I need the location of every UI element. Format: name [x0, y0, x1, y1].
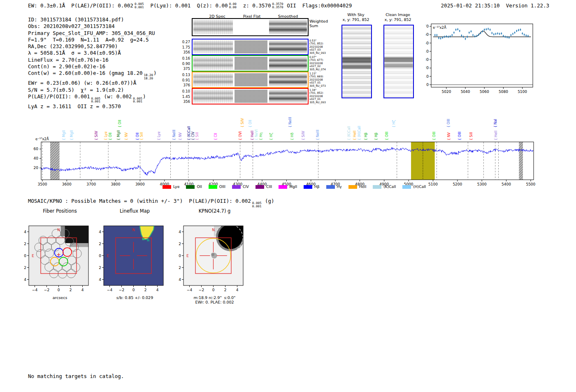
line-label-NeIII: { NeIII: [288, 117, 292, 128]
legend-item-OIII: OIII: [209, 185, 225, 189]
center-smudge2: [211, 253, 214, 256]
info-line-4: RA,Dec (232.032990,52.847790): [28, 43, 157, 50]
row-4-left-2: 356: [181, 99, 190, 104]
legend-label: Hγ: [337, 185, 342, 189]
header-text-4: Q(z): 0.00: [197, 2, 228, 9]
withsky-darkband2: [342, 65, 371, 69]
data-point: [442, 37, 443, 38]
y-tick-label: −4: [179, 278, 181, 282]
y-tick-label: 4: [99, 230, 101, 234]
row-0-right-labels: WeightedSum: [309, 19, 338, 28]
line-label-Hβ: { Hβ: [364, 132, 368, 140]
data-point: [471, 31, 472, 32]
header-text-8: OII: [284, 2, 302, 9]
data-point: [512, 33, 513, 35]
x-tick-label: 5300: [477, 182, 487, 186]
legend-label: CIII: [266, 185, 272, 189]
info-8-sub-1: 18.20: [144, 77, 153, 80]
legend-item-Hβ: Hβ: [304, 185, 320, 189]
fit-plot-frame: [431, 24, 533, 87]
lineflux-bg: [104, 226, 163, 285]
legend-swatch: [326, 185, 335, 189]
data-point: [524, 34, 525, 35]
info-7-text-0: Cont(n) = 2.90(±0.02)e-16: [28, 63, 105, 70]
row-1-smoothed: [269, 40, 307, 53]
line-label-SiIV: { SiIV: [95, 131, 98, 140]
row-2-2dspec: [193, 57, 233, 70]
info-line-11: P(LAE)/P(OII): 0.0010.0050.001 (w: 0.002…: [28, 93, 157, 103]
data-point: [509, 37, 510, 38]
flux-units-annotation: e⁻¹⁷x2Å: [35, 137, 49, 141]
x-tick-label: 5080: [499, 90, 508, 94]
data-point: [514, 32, 516, 33]
header-sub-7: 0.3570: [272, 6, 283, 9]
clean-image: [383, 25, 414, 98]
data-point: [480, 32, 481, 34]
data-point: [493, 34, 495, 35]
row-3-smoothed: [269, 73, 307, 86]
line-label-HeII: { HeII: [494, 131, 498, 140]
row-1-right-labels: 0.53"(791, 852)20210208v027_03305_RU_093: [309, 39, 338, 55]
line-label-Hζ: { Hζ: [269, 133, 273, 140]
legend-item-Hγ: Hγ: [326, 185, 342, 189]
data-point: [497, 33, 498, 34]
info-line-9: EWr = 0.23(±0.06) (w: 0.26(±0.07))Å: [28, 80, 157, 86]
compass-north: N: [132, 228, 135, 232]
withsky-title: With Sky: [339, 12, 372, 17]
y-tick-label: 30: [426, 58, 429, 62]
y-tick-label: 10: [426, 74, 429, 79]
legend-item-OII: OII: [186, 185, 202, 189]
data-point: [495, 33, 497, 35]
lineflux-svg-el: −4−4−2−2002244NE: [99, 214, 171, 296]
y-tick-label: −4: [99, 278, 101, 282]
info-9-text-0: EWr = 0.23(±0.06) (w: 0.26(±0.07))Å: [28, 80, 136, 86]
line-label-NeIII: { NeIII: [316, 130, 320, 140]
mosaic-text-0: MOSAIC/KPNO : Possible Matches = 0 (with…: [28, 198, 189, 204]
x-tick-label: 3500: [38, 182, 47, 186]
line-legend: LyαOIIOIIICIVCIIIMgIIHβHγHeII(K)CaII(H)C…: [163, 185, 426, 189]
legend-item-CIV: CIV: [232, 185, 249, 189]
x-tick-label: 5500: [526, 182, 535, 186]
row-4-smoothed: [269, 90, 307, 103]
data-point: [501, 33, 502, 34]
line-label-OIII: { OIII: [432, 132, 436, 140]
row-2-right-4: 305_RU_074: [309, 68, 338, 71]
row-1-pixelflat: [235, 40, 267, 53]
line-label-CII: { CII: [214, 133, 218, 140]
row-1-left-2: 356: [181, 50, 190, 55]
row-2-left-0: 0.16: [181, 56, 190, 61]
line-label-SiII: { SiII: [195, 132, 199, 140]
y-tick-label: 0: [179, 254, 181, 258]
row-2-left-labels: 0.160.90375: [181, 56, 190, 72]
info-line-7: Cont(n) = 2.90(±0.02)e-16: [28, 63, 157, 70]
data-point: [499, 33, 500, 35]
y-tick-label: 0: [99, 254, 101, 258]
line-label-SiIV: { SiIV: [302, 131, 305, 140]
y-tick-label: 70: [426, 24, 429, 28]
data-point: [503, 35, 504, 37]
info-8-text-0: Cont(w) = 2.60(±0.00)e-16 (gmag 18.20: [28, 70, 142, 76]
fiber-positions-plot: −4−4−2−2002244NE: [24, 214, 96, 298]
timestamp-version: 2025-01-02 21:35:10 Version 1.22.3: [432, 2, 549, 9]
compass-north: N: [57, 228, 60, 232]
data-point: [476, 35, 477, 37]
info-11-text-4: ): [143, 93, 146, 100]
x-tick-label: 3600: [62, 182, 72, 186]
data-point: [461, 35, 462, 36]
data-point: [467, 36, 468, 37]
x-tick-label: 5040: [461, 90, 470, 94]
data-point: [459, 30, 460, 32]
compass-east: E: [32, 254, 34, 258]
row-3-pixelflat: [235, 73, 267, 86]
x-tick-label: 2: [224, 288, 227, 292]
info-4-text-0: RA,Dec (232.032990,52.847790): [28, 43, 118, 49]
row-0-right-1: Sum: [309, 23, 338, 28]
data-point: [453, 32, 455, 33]
line-label-MgII: { MgII: [117, 130, 121, 140]
full-spectrum-plot: 3500360037003800390040004100420043004400…: [33, 106, 551, 193]
legend-label: (K)CaII: [383, 185, 396, 189]
line-label-(K)CaII: { (K)CaII: [187, 126, 191, 140]
x-tick-label: −2: [199, 288, 204, 292]
data-point: [436, 35, 437, 36]
clean-darkband: [384, 57, 413, 62]
